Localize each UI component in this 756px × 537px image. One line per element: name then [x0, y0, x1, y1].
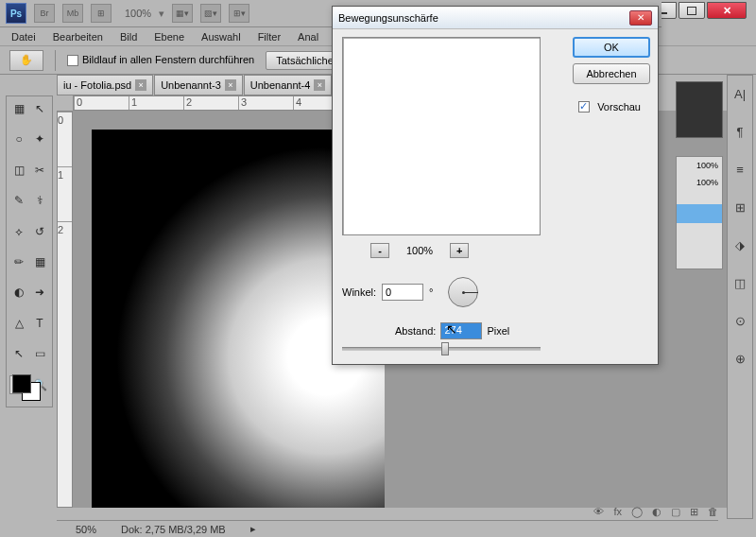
tab-fotolia[interactable]: iu - Fotolia.psd× [57, 75, 153, 95]
tool-history[interactable]: ↺ [30, 222, 49, 241]
angle-unit: ° [429, 286, 433, 298]
angle-input[interactable] [382, 284, 423, 301]
menu-ebene[interactable]: Ebene [154, 31, 184, 43]
tool-path[interactable]: ↖ [9, 344, 28, 363]
color-swatches[interactable] [10, 374, 48, 403]
toolbox: ▦ ↖ ○ ✦ ◫ ✂ ✎ ⚕ ⟡ ↺ ✏ ▦ ◐ ➜ △ T ↖ ▭ ✋ 🔍 [6, 95, 53, 407]
bridge-icon[interactable]: Br [34, 4, 55, 23]
scroll-all-checkbox[interactable]: Bildlauf in allen Fenstern durchführen [67, 54, 254, 66]
distance-unit: Pixel [487, 325, 509, 337]
document-tabs: iu - Fotolia.psd× Unbenannt-3× Unbenannt… [57, 75, 333, 95]
tool-gradient[interactable]: ▦ [30, 252, 49, 271]
arrange-icon[interactable]: ▦▾ [172, 4, 193, 23]
window-close-button[interactable]: ✕ [707, 2, 747, 19]
tab-unbenannt-4[interactable]: Unbenannt-4× [244, 75, 333, 95]
cancel-button[interactable]: Abbrechen [573, 63, 650, 84]
foreground-color[interactable] [12, 374, 31, 393]
new-layer-icon[interactable]: ⊞ [690, 506, 698, 518]
tool-pen[interactable]: △ [9, 314, 28, 333]
menu-analyse[interactable]: Anal [298, 31, 318, 43]
tool-dodge[interactable]: ➜ [30, 283, 49, 302]
minibridge-icon[interactable]: Mb [62, 4, 83, 23]
opacity-value[interactable]: 100% [677, 157, 722, 174]
distance-slider[interactable] [342, 347, 541, 351]
tool-lasso[interactable]: ○ [9, 130, 28, 148]
chevron-right-icon[interactable]: ▸ [250, 523, 256, 535]
dialog-title: Bewegungsunschärfe [338, 12, 438, 24]
preview-checkbox-label: Vorschau [597, 101, 641, 113]
dialog-titlebar[interactable]: Bewegungsunschärfe ✕ [333, 7, 658, 29]
layers-panel[interactable]: 100% 100% [676, 156, 723, 269]
fill-value[interactable]: 100% [677, 174, 722, 191]
menu-datei[interactable]: Datei [11, 31, 36, 43]
ok-button[interactable]: OK [573, 37, 650, 58]
info-panel-icon[interactable]: ⊕ [731, 350, 748, 367]
close-icon[interactable]: × [314, 79, 325, 91]
status-bar: 50% Dok: 2,75 MB/3,29 MB ▸ [57, 520, 718, 537]
ruler-vertical[interactable]: 012 [57, 111, 73, 508]
group-icon[interactable]: ▢ [671, 506, 680, 518]
tool-stamp[interactable]: ⟡ [9, 222, 28, 241]
zoom-out-button[interactable]: - [370, 243, 389, 258]
dialog-close-button[interactable]: ✕ [629, 10, 652, 26]
link-icon[interactable]: 👁 [593, 506, 604, 518]
navigator-panel[interactable] [676, 81, 723, 138]
layers-panel-icon[interactable]: ≡ [731, 161, 748, 178]
distance-label: Abstand: [395, 325, 436, 337]
angle-label: Winkel: [342, 286, 376, 298]
preview-zoom: 100% [406, 245, 433, 256]
extras-icon[interactable]: ▧▾ [200, 4, 221, 23]
angle-dial[interactable] [448, 277, 478, 307]
styles-panel-icon[interactable]: ⬗ [731, 236, 748, 253]
layer-panel-footer: 👁 fx ◯ ◐ ▢ ⊞ 🗑 [593, 506, 718, 518]
swatches-panel-icon[interactable]: ⊞ [731, 199, 748, 216]
zoom-in-button[interactable]: + [450, 243, 469, 258]
preview-checkbox[interactable] [578, 101, 590, 113]
tool-blur[interactable]: ◐ [9, 283, 28, 302]
paragraph-panel-icon[interactable]: ¶ [731, 123, 748, 140]
current-tool-hand[interactable]: ✋ [9, 50, 43, 71]
menu-auswahl[interactable]: Auswahl [201, 31, 241, 43]
filter-preview[interactable] [342, 37, 541, 235]
adjustments-panel-icon[interactable]: ◫ [731, 274, 748, 291]
tab-unbenannt-3[interactable]: Unbenannt-3× [154, 75, 243, 95]
tool-shape[interactable]: ▭ [30, 344, 49, 363]
color-panel-icon[interactable]: ⊙ [731, 312, 748, 329]
tool-wand[interactable]: ✦ [30, 130, 49, 148]
close-icon[interactable]: × [225, 79, 236, 91]
tool-selection[interactable]: ↖ [30, 99, 49, 118]
panel-dock: A| ¶ ≡ ⊞ ⬗ ◫ ⊙ ⊕ [727, 75, 753, 519]
app-logo: Ps [6, 3, 26, 24]
motion-blur-dialog: Bewegungsunschärfe ✕ - 100% + Winkel: ° … [332, 6, 659, 365]
status-doc[interactable]: Dok: 2,75 MB/3,29 MB [121, 524, 226, 535]
tool-eyedropper[interactable]: ✂ [30, 161, 49, 180]
slider-thumb[interactable] [441, 342, 449, 355]
menu-filter[interactable]: Filter [258, 31, 281, 43]
adjustment-icon[interactable]: ◐ [652, 506, 662, 518]
tool-brush[interactable]: ⚕ [30, 191, 49, 210]
zoom-display[interactable]: 100% [125, 8, 151, 19]
fx-icon[interactable]: fx [613, 506, 622, 518]
mask-icon[interactable]: ◯ [631, 506, 643, 518]
screenmode-icon[interactable]: ⊞ [91, 4, 112, 23]
trash-icon[interactable]: 🗑 [708, 506, 718, 518]
tool-heal[interactable]: ✎ [9, 191, 28, 210]
tool-move[interactable]: ▦ [9, 99, 28, 118]
menu-bild[interactable]: Bild [120, 31, 137, 43]
window-maximize-button[interactable] [679, 2, 705, 19]
chevron-down-icon[interactable]: ▾ [159, 8, 164, 20]
selected-layer[interactable] [677, 204, 722, 223]
tool-eraser[interactable]: ✏ [9, 252, 28, 271]
character-panel-icon[interactable]: A| [731, 85, 748, 102]
distance-input[interactable]: 274 [440, 322, 482, 339]
tool-crop[interactable]: ◫ [9, 161, 28, 180]
workspace-icon[interactable]: ⊞▾ [229, 4, 249, 23]
status-zoom[interactable]: 50% [76, 524, 96, 535]
tool-type[interactable]: T [30, 314, 49, 333]
close-icon[interactable]: × [135, 79, 146, 91]
menu-bearbeiten[interactable]: Bearbeiten [53, 31, 103, 43]
